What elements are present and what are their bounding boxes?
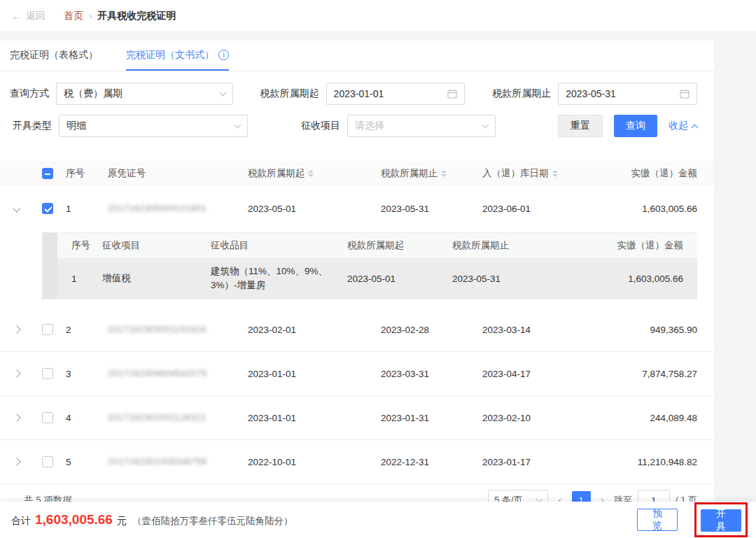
cell-period-start: 2023-05-01 <box>248 204 381 214</box>
chevron-down-icon <box>536 496 543 502</box>
page-jump: 跳至 / 1 页 <box>614 490 697 502</box>
issue-button[interactable]: 开具 <box>701 509 741 532</box>
expand-row-icon[interactable] <box>13 325 20 333</box>
sort-icon[interactable] <box>441 170 447 177</box>
query-mode-value: 税（费）属期 <box>64 87 122 100</box>
tab-certificate-table-format[interactable]: 完税证明（表格式） <box>10 41 98 71</box>
cell-voucher-masked: 2017162304604542075 <box>108 369 248 378</box>
chevron-down-icon <box>234 122 241 129</box>
cell-period-end: 2023-03-31 <box>381 369 482 379</box>
period-start-value: 2023-01-01 <box>334 88 384 99</box>
chevron-up-icon <box>692 124 699 131</box>
cell-period-end: 2023-05-31 <box>381 204 482 214</box>
search-button[interactable]: 查询 <box>614 115 657 137</box>
cell-period-start: 2023-01-01 <box>248 369 381 379</box>
cell-index: 4 <box>66 413 108 423</box>
query-mode-label: 查询方式 <box>10 87 49 100</box>
cell-period-start: 2023-01-01 <box>248 413 381 423</box>
subcol-amount: 实缴（退）金额 <box>557 239 693 252</box>
page-number-current[interactable]: 1 <box>572 491 591 502</box>
cell-period-start: 2022-10-01 <box>248 457 381 467</box>
preview-button[interactable]: 预览 <box>637 509 678 531</box>
cell-storage-date: 2023-04-17 <box>482 369 622 379</box>
cell-index: 3 <box>66 369 108 379</box>
tab-label: 完税证明（文书式） <box>126 49 214 62</box>
col-amount: 实缴（退）金额 <box>622 167 697 180</box>
cell-period-start: 2023-02-01 <box>248 325 381 335</box>
cell-index: 1 <box>66 204 108 214</box>
chevron-down-icon <box>482 122 489 129</box>
select-all-checkbox[interactable] <box>42 168 53 179</box>
main-card: 完税证明（表格式） 完税证明（文书式） 查询方式 税（费）属期 税款所属期起 2… <box>0 41 714 502</box>
prev-page-button[interactable]: ‹ <box>558 495 561 502</box>
issue-type-value: 明细 <box>66 120 86 132</box>
page-size-value: 5 条/页 <box>494 494 522 502</box>
expand-row-icon[interactable] <box>13 369 20 377</box>
total-label: 合计 <box>11 515 31 528</box>
total-count: 共 5 项数据 <box>24 494 72 502</box>
subcol-subitem: 征收品目 <box>211 239 347 252</box>
period-end-label: 税款所属期止 <box>489 87 551 100</box>
levy-item-label: 征收项目 <box>273 120 340 132</box>
jump-page-input[interactable] <box>638 490 670 502</box>
total-pages-label: / 1 页 <box>676 494 697 502</box>
chevron-down-icon <box>219 90 226 97</box>
jump-label: 跳至 <box>614 494 632 502</box>
collapse-link[interactable]: 收起 <box>668 120 697 132</box>
row-checkbox[interactable] <box>42 412 53 423</box>
tab-certificate-document-format[interactable]: 完税证明（文书式） <box>126 41 229 71</box>
info-icon[interactable] <box>218 50 229 60</box>
expand-row-icon[interactable] <box>13 458 20 465</box>
cell-storage-date: 2023-03-14 <box>482 325 622 335</box>
filter-row-1: 查询方式 税（费）属期 税款所属期起 2023-01-01 税款所属期止 202… <box>10 83 697 105</box>
reset-button[interactable]: 重置 <box>558 115 603 137</box>
levy-item-select[interactable]: 请选择 <box>347 115 496 137</box>
cell-index: 2 <box>66 325 108 335</box>
cell-voucher-masked: 2017162302001126321 <box>108 413 248 423</box>
collapse-row-icon[interactable] <box>13 204 20 212</box>
subcol-period-start: 税款所属期起 <box>347 239 452 252</box>
cell-amount: 1,603,005.66 <box>622 204 697 214</box>
sort-icon[interactable] <box>308 170 314 177</box>
col-label: 税款所属期起 <box>248 167 304 180</box>
action-buttons: 预览 开具 <box>637 502 745 537</box>
subcol-index: 序号 <box>60 239 102 252</box>
col-storage-date: 入（退）库日期 <box>482 167 622 180</box>
col-label: 税款所属期止 <box>381 167 438 180</box>
total-unit: 元 <box>117 515 127 528</box>
query-mode-select[interactable]: 税（费）属期 <box>56 83 233 105</box>
page-size-select[interactable]: 5 条/页 <box>488 490 548 502</box>
period-start-date-input[interactable]: 2023-01-01 <box>326 83 465 105</box>
table-row: 5 2017162301005346756 2022-10-01 2022-12… <box>0 440 714 484</box>
cell-amount: 949,365.90 <box>622 325 697 335</box>
back-arrow-icon <box>11 10 22 22</box>
cell-amount: 244,089.48 <box>622 413 697 423</box>
cell-index: 5 <box>66 457 108 467</box>
total-amount: 1,603,005.66 <box>35 512 113 528</box>
cell-storage-date: 2023-02-10 <box>482 413 622 423</box>
filter-buttons: 重置 查询 收起 <box>558 115 697 137</box>
subcell-amount: 1,603,005.66 <box>557 274 693 284</box>
cell-storage-date: 2023-01-17 <box>482 457 622 467</box>
row-checkbox[interactable] <box>42 368 53 379</box>
expand-row-icon[interactable] <box>13 413 20 421</box>
cell-period-end: 2023-02-28 <box>381 325 482 335</box>
row-checkbox[interactable] <box>42 203 53 214</box>
row-checkbox[interactable] <box>42 324 53 335</box>
period-end-date-input[interactable]: 2023-05-31 <box>558 83 697 105</box>
tab-label: 完税证明（表格式） <box>10 49 98 62</box>
row-checkbox[interactable] <box>42 456 53 467</box>
subcol-period-end: 税款所属期止 <box>452 239 557 252</box>
next-page-button[interactable]: › <box>601 495 604 502</box>
tab-bar: 完税证明（表格式） 完税证明（文书式） <box>0 41 714 71</box>
period-end-value: 2023-05-31 <box>566 88 616 99</box>
issue-type-label: 开具类型 <box>10 120 52 132</box>
back-button[interactable]: 返回 <box>11 10 46 22</box>
issue-type-select[interactable]: 明细 <box>59 115 248 137</box>
breadcrumb-home-link[interactable]: 首页 <box>64 10 83 22</box>
sort-icon[interactable] <box>552 170 558 177</box>
subcol-item: 征收项目 <box>102 239 211 252</box>
levy-item-placeholder: 请选择 <box>355 120 384 132</box>
cell-period-end: 2023-01-31 <box>381 413 482 423</box>
cell-period-end: 2022-12-31 <box>381 457 482 467</box>
